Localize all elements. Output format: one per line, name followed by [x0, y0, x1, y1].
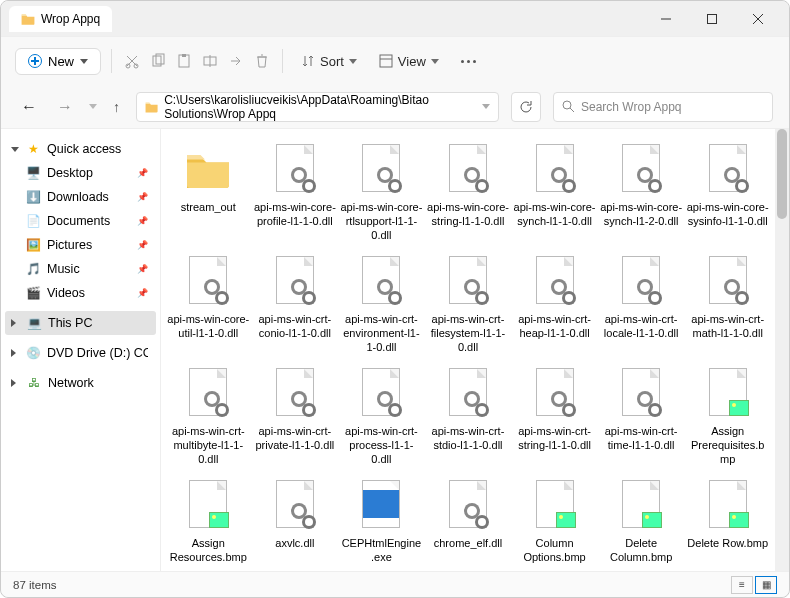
- file-item[interactable]: Delete Row.bmp: [684, 473, 771, 571]
- file-label: api-ms-win-crt-multibyte-l1-1-0.dll: [167, 425, 249, 466]
- dll-icon: [274, 144, 316, 196]
- file-label: api-ms-win-core-synch-l1-1-0.dll: [514, 201, 596, 229]
- file-label: Assign Resources.bmp: [167, 537, 249, 565]
- dll-icon: [620, 368, 662, 420]
- quick-access-label: Quick access: [47, 142, 121, 156]
- file-item[interactable]: Column Options.bmp: [511, 473, 598, 571]
- sidebar-item-pictures[interactable]: 🖼️Pictures📌: [5, 233, 156, 257]
- file-item[interactable]: api-ms-win-crt-process-l1-1-0.dll: [338, 361, 425, 473]
- sidebar-item-this-pc[interactable]: 💻 This PC: [5, 311, 156, 335]
- vertical-scrollbar[interactable]: [775, 129, 789, 571]
- file-item[interactable]: api-ms-win-crt-heap-l1-1-0.dll: [511, 249, 598, 361]
- bmp-icon: [707, 368, 749, 420]
- svg-point-14: [563, 101, 571, 109]
- file-item[interactable]: Delete Column.bmp: [598, 473, 685, 571]
- new-button[interactable]: New: [15, 48, 101, 75]
- sidebar-item-downloads[interactable]: ⬇️Downloads📌: [5, 185, 156, 209]
- sidebar-item-dvd[interactable]: 💿 DVD Drive (D:) CCCC: [5, 341, 156, 365]
- sidebar-item-videos[interactable]: 🎬Videos📌: [5, 281, 156, 305]
- view-label: View: [398, 54, 426, 69]
- file-item[interactable]: api-ms-win-crt-private-l1-1-0.dll: [252, 361, 339, 473]
- file-item[interactable]: api-ms-win-core-rtlsupport-l1-1-0.dll: [338, 137, 425, 249]
- file-item[interactable]: api-ms-win-core-string-l1-1-0.dll: [425, 137, 512, 249]
- dll-icon: [447, 480, 489, 532]
- more-button[interactable]: [453, 60, 484, 63]
- file-item[interactable]: api-ms-win-crt-time-l1-1-0.dll: [598, 361, 685, 473]
- refresh-button[interactable]: [511, 92, 541, 122]
- file-item[interactable]: api-ms-win-crt-stdio-l1-1-0.dll: [425, 361, 512, 473]
- share-button[interactable]: [226, 51, 246, 71]
- chevron-right-icon: [11, 319, 20, 327]
- recent-locations-button[interactable]: [89, 104, 97, 109]
- file-item[interactable]: Assign Resources.bmp: [165, 473, 252, 571]
- address-bar[interactable]: C:\Users\karolisliucveikis\AppData\Roami…: [136, 92, 499, 122]
- file-item[interactable]: Assign Prerequisites.bmp: [684, 361, 771, 473]
- file-item[interactable]: stream_out: [165, 137, 252, 249]
- sort-label: Sort: [320, 54, 344, 69]
- file-item[interactable]: api-ms-win-crt-string-l1-1-0.dll: [511, 361, 598, 473]
- bmp-icon: [187, 480, 229, 532]
- file-item[interactable]: api-ms-win-crt-multibyte-l1-1-0.dll: [165, 361, 252, 473]
- view-icon: [379, 54, 393, 68]
- file-item[interactable]: api-ms-win-crt-math-l1-1-0.dll: [684, 249, 771, 361]
- file-label: api-ms-win-core-synch-l1-2-0.dll: [600, 201, 682, 229]
- delete-button[interactable]: [252, 51, 272, 71]
- exe-icon: [360, 480, 402, 532]
- file-label: stream_out: [181, 201, 236, 215]
- sort-button[interactable]: Sort: [293, 54, 365, 69]
- file-item[interactable]: CEPHtmlEngine.exe: [338, 473, 425, 571]
- file-item[interactable]: api-ms-win-core-sysinfo-l1-1-0.dll: [684, 137, 771, 249]
- sidebar-item-network[interactable]: 🖧 Network: [5, 371, 156, 395]
- file-item[interactable]: api-ms-win-core-profile-l1-1-0.dll: [252, 137, 339, 249]
- file-label: Delete Row.bmp: [687, 537, 768, 551]
- file-grid[interactable]: stream_outapi-ms-win-core-profile-l1-1-0…: [161, 129, 775, 571]
- content-area: stream_outapi-ms-win-core-profile-l1-1-0…: [161, 129, 789, 571]
- forward-button[interactable]: →: [53, 98, 77, 116]
- window-title: Wrop Appq: [41, 12, 100, 26]
- file-item[interactable]: api-ms-win-core-synch-l1-1-0.dll: [511, 137, 598, 249]
- sidebar-item-music[interactable]: 🎵Music📌: [5, 257, 156, 281]
- search-input[interactable]: Search Wrop Appq: [553, 92, 773, 122]
- dll-icon: [534, 144, 576, 196]
- file-item[interactable]: api-ms-win-core-util-l1-1-0.dll: [165, 249, 252, 361]
- file-label: api-ms-win-crt-private-l1-1-0.dll: [254, 425, 336, 453]
- dll-icon: [187, 256, 229, 308]
- pin-icon: 📌: [137, 240, 148, 250]
- maximize-icon: [706, 13, 718, 25]
- file-item[interactable]: api-ms-win-crt-environment-l1-1-0.dll: [338, 249, 425, 361]
- window-tab[interactable]: Wrop Appq: [9, 6, 112, 32]
- folder-icon: [145, 100, 158, 114]
- copy-button[interactable]: [148, 51, 168, 71]
- dll-icon: [447, 144, 489, 196]
- quick-access[interactable]: ★ Quick access: [5, 137, 156, 161]
- sidebar-item-documents[interactable]: 📄Documents📌: [5, 209, 156, 233]
- svg-rect-9: [182, 54, 186, 57]
- view-toggles: ≡ ▦: [731, 576, 777, 594]
- scrollbar-thumb[interactable]: [777, 129, 787, 219]
- file-label: api-ms-win-crt-math-l1-1-0.dll: [687, 313, 769, 341]
- pin-icon: 📌: [137, 216, 148, 226]
- paste-button[interactable]: [174, 51, 194, 71]
- cut-icon: [124, 53, 140, 69]
- icons-view-button[interactable]: ▦: [755, 576, 777, 594]
- file-item[interactable]: api-ms-win-crt-conio-l1-1-0.dll: [252, 249, 339, 361]
- dll-icon: [360, 144, 402, 196]
- file-item[interactable]: chrome_elf.dll: [425, 473, 512, 571]
- back-button[interactable]: ←: [17, 98, 41, 116]
- file-item[interactable]: axvlc.dll: [252, 473, 339, 571]
- file-item[interactable]: api-ms-win-crt-filesystem-l1-1-0.dll: [425, 249, 512, 361]
- maximize-button[interactable]: [689, 3, 735, 35]
- file-item[interactable]: api-ms-win-crt-locale-l1-1-0.dll: [598, 249, 685, 361]
- chevron-down-icon: [349, 59, 357, 64]
- details-view-button[interactable]: ≡: [731, 576, 753, 594]
- file-label: api-ms-win-crt-filesystem-l1-1-0.dll: [427, 313, 509, 354]
- up-button[interactable]: ↑: [109, 99, 124, 115]
- close-button[interactable]: [735, 3, 781, 35]
- minimize-button[interactable]: [643, 3, 689, 35]
- cut-button[interactable]: [122, 51, 142, 71]
- sidebar-item-desktop[interactable]: 🖥️Desktop📌: [5, 161, 156, 185]
- separator: [111, 49, 112, 73]
- file-item[interactable]: api-ms-win-core-synch-l1-2-0.dll: [598, 137, 685, 249]
- rename-button[interactable]: [200, 51, 220, 71]
- view-button[interactable]: View: [371, 54, 447, 69]
